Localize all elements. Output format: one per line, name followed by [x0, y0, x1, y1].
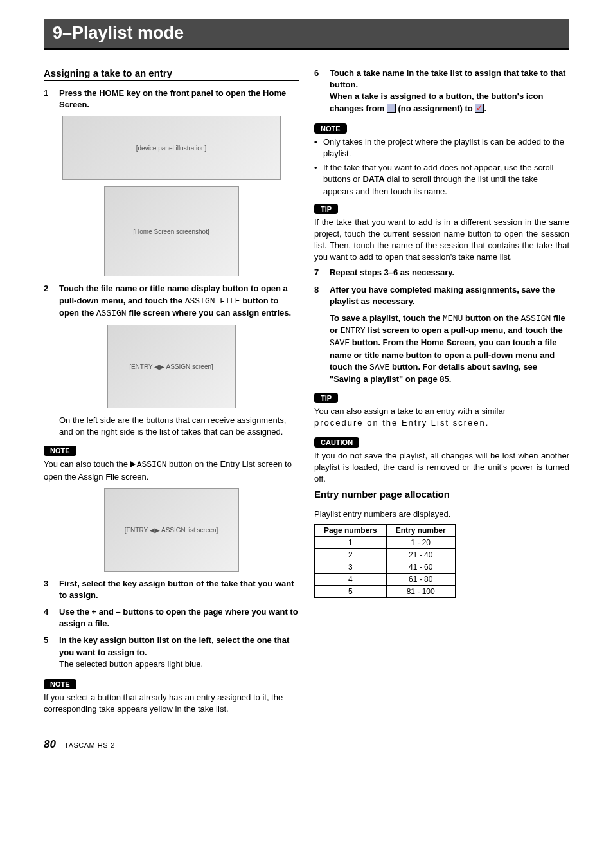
step-number: 7: [314, 267, 330, 278]
save-paragraph: To save a playlist, touch the MENU butto…: [330, 312, 569, 385]
step-body: Touch the file name or title name displa…: [59, 283, 299, 320]
section-entry-alloc: Entry number page allocation: [314, 489, 569, 502]
table-cell: 1 - 20: [386, 537, 455, 549]
table-cell: 41 - 60: [386, 561, 455, 574]
bullet: •: [314, 162, 323, 197]
step-number: 5: [44, 635, 59, 670]
screenshot-assign: [ENTRY ◀▶ ASSIGN screen]: [107, 325, 236, 408]
tip-label: TIP: [314, 393, 338, 403]
play-icon: [130, 461, 136, 467]
step-body: Press the HOME key on the front panel to…: [59, 87, 299, 111]
step-body: First, select the key assign button of t…: [59, 578, 299, 601]
product-name: TASCAM HS-2: [64, 741, 115, 749]
assigned-icon: [475, 104, 484, 113]
screenshot-device: [device panel illustration]: [62, 116, 281, 180]
bullet-text: If the take that you want to add does no…: [323, 162, 569, 197]
step-number: 1: [44, 87, 59, 111]
tip-body: If the take that you want to add is in a…: [314, 217, 569, 264]
page-footer: 80 TASCAM HS-2: [44, 738, 569, 751]
table-cell: 4: [315, 574, 387, 586]
note-body: You can also touch the ASSIGN button on …: [44, 458, 299, 482]
section-assigning: Assigning a take to an entry: [44, 68, 299, 81]
left-column: Assigning a take to an entry 1 Press the…: [44, 68, 299, 719]
step-body: After you have completed making assignme…: [330, 284, 569, 307]
tip-label: TIP: [314, 204, 338, 214]
paragraph: Playlist entry numbers are displayed.: [314, 509, 569, 520]
no-assignment-icon: [387, 104, 396, 113]
note-label: NOTE: [44, 679, 76, 689]
note-label: NOTE: [314, 123, 347, 134]
table-header: Page numbers: [315, 525, 387, 537]
tip-body: You can also assign a take to an entry w…: [314, 406, 569, 429]
paragraph: On the left side are the buttons that ca…: [59, 415, 299, 438]
page-number: 80: [44, 738, 56, 750]
caution-label: CAUTION: [314, 437, 359, 448]
table-cell: 61 - 80: [386, 574, 455, 586]
table-cell: 3: [315, 561, 387, 574]
table-cell: 81 - 100: [386, 586, 455, 598]
note-body: If you select a button that already has …: [44, 692, 299, 715]
step-number: 6: [314, 68, 330, 114]
step-number: 8: [314, 284, 330, 307]
step-body: Use the + and – buttons to open the page…: [59, 606, 299, 629]
table-cell: 5: [315, 586, 387, 598]
step-body: Repeat steps 3–6 as necessary.: [330, 267, 569, 278]
table-header: Entry number: [386, 525, 455, 537]
allocation-table: Page numbers Entry number 11 - 20 221 - …: [314, 524, 456, 598]
step-body: Touch a take name in the take list to as…: [330, 68, 569, 114]
caution-body: If you do not save the playlist, all cha…: [314, 450, 569, 485]
step-body: In the key assign button list on the lef…: [59, 635, 299, 670]
screenshot-home: [Home Screen screenshot]: [104, 186, 239, 276]
screenshot-entry: [ENTRY ◀▶ ASSIGN list screen]: [104, 488, 239, 572]
table-cell: 1: [315, 537, 387, 549]
right-column: 6 Touch a take name in the take list to …: [314, 68, 569, 719]
bullet-text: Only takes in the project where the play…: [323, 136, 569, 159]
step-number: 4: [44, 606, 59, 629]
chapter-header: 9–Playlist mode: [44, 19, 569, 50]
step-number: 2: [44, 283, 59, 320]
note-label: NOTE: [44, 446, 76, 456]
step-number: 3: [44, 578, 59, 601]
bullet: •: [314, 136, 323, 159]
table-cell: 21 - 40: [386, 549, 455, 561]
table-cell: 2: [315, 549, 387, 561]
